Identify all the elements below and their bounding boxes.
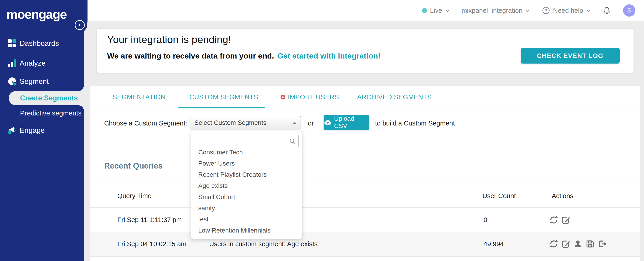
environment-label: Live [430, 7, 442, 14]
chevron-down-icon [445, 9, 450, 12]
check-event-log-button[interactable]: CHECK EVENT LOG [521, 48, 620, 63]
dropdown-option[interactable]: test [191, 214, 302, 225]
edit-icon[interactable] [561, 216, 570, 225]
grid-icon [8, 39, 16, 48]
custom-segment-select[interactable]: Select Custom Segments [190, 116, 301, 129]
table-row: Fri Sep 04 10:02:15 am Users in custom s… [90, 232, 640, 257]
dropdown-search-box [194, 135, 298, 147]
sidebar-item-label: Segment [20, 74, 49, 89]
dropdown-option[interactable]: Recent Playlist Creators [191, 169, 302, 180]
get-started-link[interactable]: Get started with integration! [277, 51, 380, 60]
banner-title: Your integration is pending! [107, 34, 231, 45]
banner-message-text: We are waiting to receive data from your… [107, 51, 274, 60]
custom-segments-dropdown-panel: Consumer Tech Power Users Recent Playlis… [191, 131, 302, 239]
dropdown-option[interactable]: sanity [191, 203, 302, 214]
save-icon[interactable] [586, 239, 594, 249]
sidebar-item-analyze[interactable]: Analyze [0, 56, 84, 70]
query-time-cell: Fri Sep 11 1:11:37 pm [117, 208, 182, 232]
svg-text:?: ? [545, 8, 548, 13]
megaphone-icon [8, 126, 16, 135]
column-header-query-time: Query Time [117, 190, 152, 201]
export-icon[interactable] [598, 239, 607, 249]
sidebar-item-predictive-segments[interactable]: Predictive segments [0, 106, 84, 120]
user-count-cell: 0 [484, 208, 487, 232]
sidebar-item-label: Predictive segments [20, 106, 82, 120]
top-header-bar: Live mixpanel_integration ? Need help S [0, 0, 644, 21]
bell-icon[interactable] [602, 6, 611, 15]
dropdown-option[interactable]: Low Retention Millennials [191, 225, 302, 236]
triangle-up-icon [293, 122, 296, 124]
or-text: or [308, 117, 314, 130]
recent-queries-title: Recent Queries [104, 161, 163, 170]
sidebar: moengage Dashboards Analyze Segment Crea… [0, 0, 84, 261]
tabs-bar: SEGMENTATION CUSTOM SEGMENTS IMPORT USER… [90, 86, 640, 108]
user-count-cell: 49,994 [484, 232, 504, 256]
sidebar-item-label: Analyze [20, 56, 46, 70]
cloud-upload-icon [324, 119, 332, 125]
custom-segment-select-value: Select Custom Segments [194, 119, 266, 126]
upload-csv-button[interactable]: Upload CSV [324, 115, 369, 130]
dropdown-option[interactable]: Age exists [191, 180, 302, 191]
project-selector[interactable]: mixpanel_integration [462, 7, 530, 14]
active-tab-indicator [178, 107, 264, 108]
help-menu[interactable]: ? Need help [542, 6, 591, 14]
build-segment-suffix-text: to build a Custom Segment [375, 117, 455, 130]
banner-message: We are waiting to receive data from your… [107, 51, 380, 60]
user-icon[interactable] [573, 239, 582, 249]
dropdown-option[interactable]: Consumer Tech [191, 147, 302, 158]
table-row: Fri Sep 11 1:11:37 pm 0 [90, 208, 640, 232]
section-divider [90, 177, 640, 177]
choose-segment-label: Choose a Custom Segment: [104, 117, 187, 130]
sidebar-item-label: Dashboards [20, 36, 59, 50]
edit-icon[interactable] [561, 239, 570, 249]
avatar[interactable]: S [623, 4, 635, 17]
live-status-dot [422, 8, 427, 13]
environment-selector[interactable]: Live [422, 7, 450, 14]
dropdown-option[interactable]: Small Cohort [191, 191, 302, 203]
tab-import-users[interactable]: IMPORT USERS [280, 86, 339, 108]
column-header-user-count: User Count [482, 190, 516, 201]
chevron-down-icon [586, 9, 591, 12]
tab-archived-segments[interactable]: ARCHIVED SEGMENTS [357, 86, 432, 108]
sidebar-collapse-button[interactable] [75, 20, 85, 30]
project-label: mixpanel_integration [462, 7, 522, 14]
dropdown-option[interactable]: Power Users [191, 158, 302, 169]
integration-pending-banner: Your integration is pending! We are wait… [97, 29, 634, 73]
sidebar-item-create-segments[interactable]: Create Segments [9, 91, 84, 105]
avatar-initial: S [627, 7, 631, 14]
pie-chart-icon [8, 77, 16, 86]
question-circle-icon: ? [542, 6, 550, 14]
query-time-cell: Fri Sep 04 10:02:15 am [117, 232, 186, 256]
refresh-icon[interactable] [549, 239, 558, 249]
tab-custom-segments[interactable]: CUSTOM SEGMENTS [189, 86, 258, 108]
tab-segmentation[interactable]: SEGMENTATION [112, 86, 166, 108]
help-label: Need help [553, 7, 583, 14]
row-actions [549, 208, 570, 232]
dropdown-options-list: Consumer Tech Power Users Recent Playlis… [191, 147, 302, 236]
column-header-actions: Actions [552, 190, 573, 201]
row-actions [549, 232, 607, 256]
segments-card: SEGMENTATION CUSTOM SEGMENTS IMPORT USER… [90, 86, 640, 261]
import-users-badge-icon [280, 95, 285, 99]
tab-import-users-label: IMPORT USERS [288, 86, 339, 108]
refresh-icon[interactable] [549, 216, 558, 225]
sidebar-item-label: Create Segments [20, 91, 78, 105]
moengage-logo: moengage [6, 7, 66, 22]
sidebar-item-segment[interactable]: Segment [0, 74, 84, 89]
sidebar-item-label: Engage [20, 123, 45, 138]
search-icon [289, 138, 296, 145]
bar-chart-icon [8, 59, 16, 67]
dropdown-search-input[interactable] [195, 135, 298, 147]
sidebar-item-engage[interactable]: Engage [0, 123, 84, 138]
pill-corner-top [78, 86, 84, 91]
chevron-left-icon [78, 23, 82, 27]
sidebar-item-dashboards[interactable]: Dashboards [0, 36, 84, 50]
chevron-down-icon [526, 9, 530, 12]
upload-csv-label: Upload CSV [334, 115, 369, 130]
